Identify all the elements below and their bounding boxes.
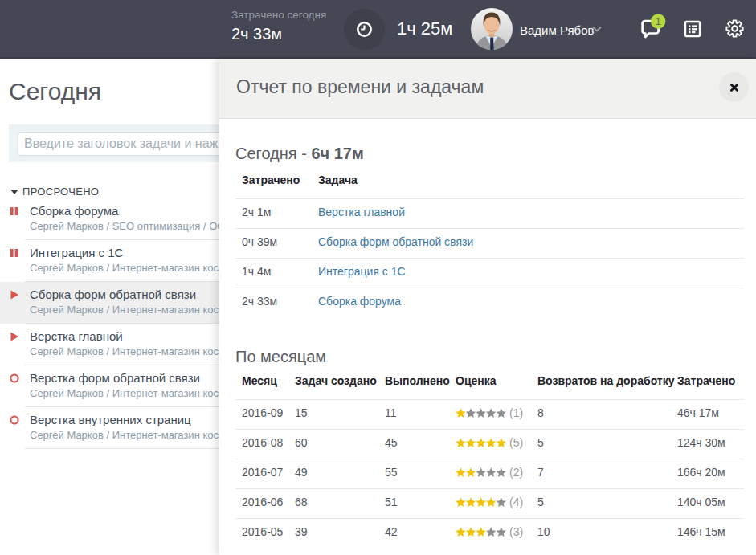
svg-text:1: 1 xyxy=(655,15,661,27)
